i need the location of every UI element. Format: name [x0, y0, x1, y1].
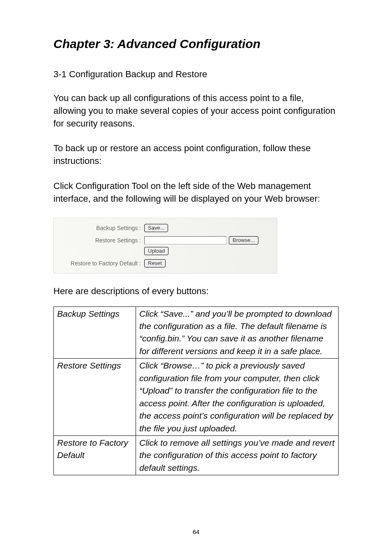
row-name: Restore Settings [54, 359, 136, 436]
paragraph-3: Click Configuration Tool on the left sid… [53, 180, 339, 205]
descriptions-table: Backup Settings Click “Save...” and you’… [53, 306, 339, 476]
descriptions-intro: Here are descriptions of every buttons: [53, 286, 339, 297]
restore-file-input[interactable] [144, 236, 226, 244]
browse-button[interactable]: Browse... [229, 236, 258, 244]
row-desc: Click “Browse…” to pick a previously sav… [136, 359, 339, 436]
chapter-title: Chapter 3: Advanced Configuration [53, 37, 339, 51]
save-button[interactable]: Save... [144, 224, 168, 232]
table-row: Restore to Factory Default Click to remo… [54, 435, 339, 475]
restore-factory-label: Restore to Factory Default : [61, 259, 144, 267]
row-name: Backup Settings [54, 306, 136, 359]
row-name: Restore to Factory Default [54, 435, 136, 475]
table-row: Backup Settings Click “Save...” and you’… [54, 306, 339, 359]
row-desc: Click “Save...” and you’ll be prompted t… [136, 306, 339, 359]
page-number: 64 [0, 528, 392, 535]
config-tool-screenshot: Backup Settings : Save... Restore Settin… [53, 218, 277, 274]
restore-settings-label: Restore Settings : [61, 236, 144, 244]
section-heading: 3-1 Configuration Backup and Restore [53, 69, 339, 80]
backup-settings-label: Backup Settings : [61, 224, 144, 231]
paragraph-1: You can back up all configurations of th… [53, 92, 339, 130]
reset-button[interactable]: Reset [144, 259, 166, 267]
table-row: Restore Settings Click “Browse…” to pick… [54, 359, 339, 436]
upload-button[interactable]: Upload [144, 247, 168, 255]
row-desc: Click to remove all settings you’ve made… [136, 435, 339, 475]
paragraph-2: To back up or restore an access point co… [53, 142, 339, 168]
